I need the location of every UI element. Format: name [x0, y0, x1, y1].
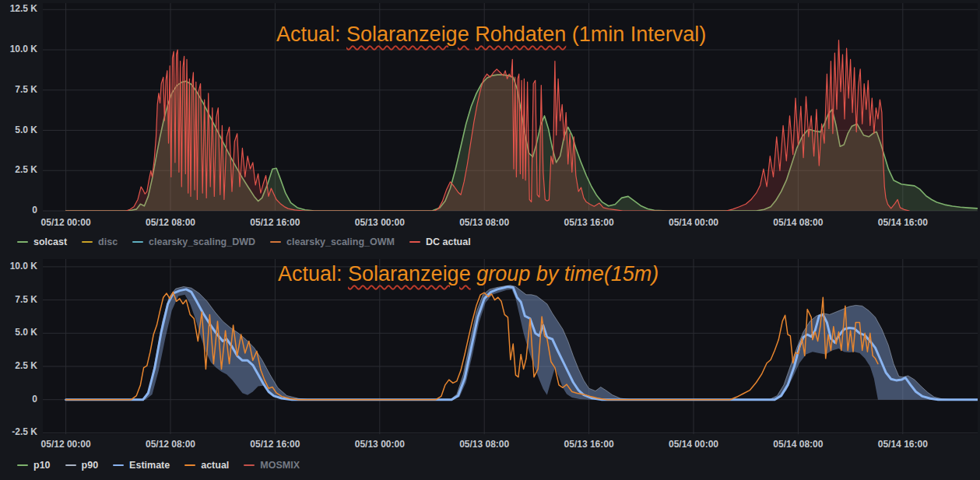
- top-chart-legend: solcastdiscclearsky_scaling_DWDclearsky_…: [17, 236, 471, 247]
- y-tick-label: 5.0 K: [0, 327, 37, 338]
- chart-title-segment: group by time(15m): [476, 262, 659, 286]
- x-tick-label: 05/14 16:00: [864, 217, 942, 228]
- legend-item-disc[interactable]: disc: [82, 236, 118, 247]
- y-tick-label: 12.5 K: [0, 3, 37, 14]
- legend-series-label: actual: [201, 460, 229, 471]
- legend-dash-icon: [113, 464, 124, 467]
- legend-item-solcast[interactable]: solcast: [17, 236, 67, 247]
- legend-item-estimate[interactable]: Estimate: [113, 460, 170, 471]
- legend-item-actual[interactable]: actual: [184, 460, 229, 471]
- legend-series-label: solcast: [33, 236, 67, 247]
- y-tick-label: 7.5 K: [0, 84, 37, 95]
- legend-series-label: MOSMIX: [260, 460, 300, 471]
- x-tick-label: 05/12 16:00: [236, 217, 314, 228]
- legend-item-mosmix[interactable]: MOSMIX: [244, 460, 300, 471]
- legend-series-label: clearsky_scaling_OWM: [286, 236, 395, 247]
- legend-dash-icon: [244, 464, 255, 467]
- y-tick-label: -2.5 K: [0, 426, 37, 437]
- y-tick-label: 2.5 K: [0, 360, 37, 371]
- x-tick-label: 05/12 16:00: [236, 439, 314, 450]
- x-tick-label: 05/12 08:00: [132, 439, 209, 450]
- grafana-dashboard: Actual: Solaranzeige Rohdaten (1min Inte…: [0, 0, 980, 480]
- legend-series-label: disc: [98, 236, 118, 247]
- x-tick-label: 05/14 16:00: [864, 439, 942, 450]
- legend-series-label: Estimate: [129, 460, 170, 471]
- legend-dash-icon: [17, 241, 28, 244]
- x-tick-label: 05/13 08:00: [445, 439, 523, 450]
- legend-dash-icon: [132, 241, 143, 244]
- x-tick-label: 05/14 08:00: [759, 439, 837, 450]
- x-tick-label: 05/14 00:00: [655, 439, 732, 450]
- x-tick-label: 05/13 16:00: [550, 217, 628, 228]
- x-tick-label: 05/12 08:00: [132, 217, 209, 228]
- legend-dash-icon: [409, 241, 420, 244]
- y-tick-label: 0: [0, 394, 37, 405]
- bottom-chart-legend: p10p90EstimateactualMOSMIX: [17, 460, 300, 471]
- x-tick-label: 05/13 00:00: [341, 439, 419, 450]
- chart-title-segment: Actual:: [278, 262, 348, 286]
- x-tick-label: 05/14 08:00: [759, 217, 837, 228]
- y-tick-label: 5.0 K: [0, 124, 37, 135]
- y-tick-label: 10.0 K: [0, 44, 37, 54]
- chart-title-segment: Actual:: [276, 23, 346, 46]
- legend-item-p90[interactable]: p90: [65, 460, 99, 471]
- chart-title-segment: Rohdaten: [475, 23, 566, 46]
- legend-item-clearsky_scaling_owm[interactable]: clearsky_scaling_OWM: [270, 236, 395, 247]
- legend-series-label: clearsky_scaling_DWD: [149, 236, 255, 247]
- x-tick-label: 05/13 00:00: [341, 217, 419, 228]
- x-tick-label: 05/13 16:00: [550, 439, 628, 450]
- y-tick-label: 10.0 K: [0, 261, 37, 272]
- legend-series-label: p10: [33, 460, 51, 471]
- y-tick-label: 0: [0, 205, 37, 215]
- legend-item-clearsky_scaling_dwd[interactable]: clearsky_scaling_DWD: [132, 236, 255, 247]
- x-tick-label: 05/14 00:00: [655, 217, 732, 228]
- chart-title-segment: Solaranzeige: [346, 23, 469, 46]
- y-tick-label: 7.5 K: [0, 294, 37, 305]
- x-tick-label: 05/12 00:00: [27, 439, 105, 450]
- legend-series-label: p90: [82, 460, 99, 471]
- legend-item-dc-actual[interactable]: DC actual: [409, 236, 471, 247]
- top-chart-title: Actual: Solaranzeige Rohdaten (1min Inte…: [276, 23, 706, 47]
- legend-item-p10[interactable]: p10: [17, 460, 51, 471]
- chart-title-segment: (1min Interval): [566, 23, 706, 46]
- legend-dash-icon: [65, 464, 76, 467]
- x-tick-label: 05/13 08:00: [445, 217, 523, 228]
- legend-dash-icon: [270, 241, 281, 244]
- legend-series-label: DC actual: [426, 236, 471, 247]
- legend-dash-icon: [82, 241, 93, 244]
- legend-dash-icon: [17, 464, 28, 467]
- x-tick-label: 05/12 00:00: [27, 217, 105, 228]
- bottom-chart-title: Actual: Solaranzeige group by time(15m): [278, 262, 659, 286]
- legend-dash-icon: [184, 464, 195, 467]
- y-tick-label: 2.5 K: [0, 164, 37, 175]
- chart-title-segment: Solaranzeige: [348, 262, 471, 286]
